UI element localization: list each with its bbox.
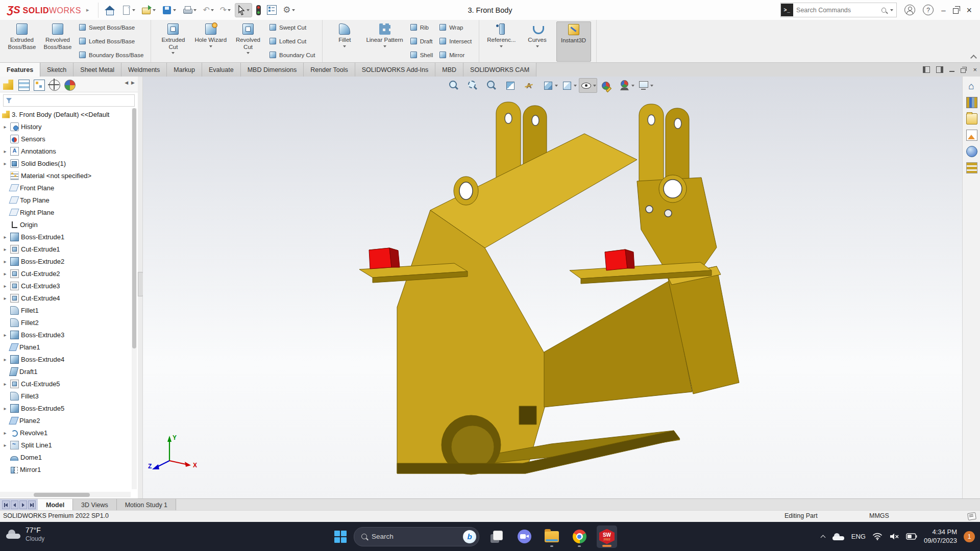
performance-button[interactable] — [254, 4, 263, 17]
study-tab[interactable]: Motion Study 1 — [117, 499, 176, 511]
chevron-down-icon[interactable] — [211, 9, 214, 11]
chevron-down-icon[interactable] — [153, 9, 156, 11]
redo-button[interactable]: ↷ — [218, 5, 233, 16]
document-close-icon[interactable]: × — [973, 67, 977, 72]
tree-item[interactable]: Boss-Extrude4 — [0, 353, 131, 365]
headsup-button[interactable] — [447, 79, 464, 92]
settings-button[interactable]: ⚙ — [281, 4, 297, 16]
chevron-down-icon[interactable] — [173, 9, 176, 11]
manager-tab[interactable] — [49, 80, 59, 90]
extruded-boss-base-button[interactable]: ExtrudedBoss/Base — [5, 21, 39, 62]
chevron-down-icon[interactable] — [343, 45, 346, 47]
undo-button[interactable]: ↶ — [201, 5, 215, 16]
headsup-button[interactable] — [636, 79, 654, 92]
tree-item[interactable]: Top Plane — [0, 194, 131, 206]
battery-icon[interactable] — [906, 533, 917, 540]
headsup-button[interactable] — [522, 79, 540, 92]
expand-arrow-icon[interactable] — [2, 161, 8, 166]
headsup-button[interactable] — [541, 79, 558, 92]
tree-item[interactable]: Draft1 — [0, 365, 131, 378]
unit-system-caret-icon[interactable] — [899, 515, 902, 522]
tree-item[interactable]: Dome1 — [0, 451, 131, 463]
expand-arrow-icon[interactable] — [2, 271, 8, 277]
panel-splitter[interactable] — [138, 77, 143, 498]
headsup-button[interactable] — [560, 79, 577, 92]
ribbon-tab[interactable]: SOLIDWORKS Add-Ins — [355, 63, 436, 77]
fillet-button[interactable]: Fillet — [328, 21, 361, 62]
headsup-button[interactable] — [484, 79, 502, 92]
reference-geometry-button[interactable]: Referenc... — [484, 21, 518, 62]
logo-flyout-arrow-icon[interactable]: ▸ — [86, 7, 89, 13]
task-pane-tab[interactable] — [966, 97, 976, 107]
headsup-button[interactable] — [503, 79, 521, 92]
instant3d-button[interactable]: Instant3D — [556, 21, 591, 62]
draft-button[interactable]: Draft — [410, 37, 433, 45]
print-button[interactable] — [180, 4, 199, 17]
tree-item[interactable]: Mirror1 — [0, 463, 131, 475]
volume-muted-icon[interactable] — [889, 533, 899, 540]
model-3d[interactable] — [143, 77, 964, 498]
options-list-button[interactable] — [265, 4, 279, 16]
hole-wizard-button[interactable]: Hole Wizard — [192, 21, 229, 62]
chevron-down-icon[interactable] — [172, 52, 175, 54]
study-tab[interactable]: 3D Views — [73, 499, 117, 511]
expand-arrow-icon[interactable] — [2, 124, 8, 130]
tree-item[interactable]: Boss-Extrude5 — [0, 402, 131, 414]
panel-tabs-scroll-left-icon[interactable]: ◀ — [125, 80, 128, 85]
expand-arrow-icon[interactable] — [2, 381, 8, 387]
headsup-button[interactable] — [618, 79, 635, 92]
tree-item[interactable]: Boss-Extrude2 — [0, 255, 131, 267]
chevron-down-icon[interactable] — [228, 9, 231, 11]
solidworks-app-button[interactable]: SW2022 — [597, 525, 617, 548]
study-tab[interactable]: Model — [38, 499, 73, 511]
task-pane-home-tab[interactable]: ⌂ — [966, 81, 976, 91]
onedrive-icon[interactable] — [832, 533, 845, 540]
unit-system[interactable]: MMGS — [869, 512, 889, 519]
headsup-button[interactable] — [579, 78, 597, 93]
tab-scroll-next-button[interactable] — [19, 500, 27, 509]
task-pane-tab[interactable] — [966, 130, 976, 140]
tree-horizontal-scrollbar[interactable] — [0, 492, 131, 497]
chevron-down-icon[interactable] — [555, 85, 558, 87]
chevron-down-icon[interactable] — [132, 9, 135, 11]
manager-tab[interactable] — [34, 80, 44, 90]
expand-arrow-icon[interactable] — [2, 332, 8, 338]
tree-item[interactable]: Fillet3 — [0, 390, 131, 402]
chat-app-button[interactable] — [514, 525, 534, 548]
document-minimize-icon[interactable] — [949, 67, 954, 72]
boundary-cut-button[interactable]: Boundary Cut — [269, 51, 315, 59]
bing-icon[interactable]: b — [463, 530, 476, 543]
ribbon-tab[interactable]: Weldments — [121, 63, 167, 77]
tree-item[interactable]: Boss-Extrude1 — [0, 231, 131, 243]
manager-tab[interactable] — [64, 80, 75, 90]
expand-arrow-icon[interactable] — [2, 148, 8, 154]
chevron-down-icon[interactable] — [500, 45, 503, 47]
tree-item[interactable]: Origin — [0, 218, 131, 231]
tag-icon[interactable] — [967, 512, 976, 520]
tree-vertical-scrollbar[interactable] — [132, 108, 137, 489]
tree-item[interactable]: Right Plane — [0, 206, 131, 218]
headsup-button[interactable] — [465, 79, 483, 92]
rib-button[interactable]: Rib — [410, 23, 433, 31]
ribbon-tab[interactable]: Features — [0, 63, 40, 77]
tree-item[interactable]: Front Plane — [0, 182, 131, 194]
tree-item[interactable]: Cut-Extrude3 — [0, 280, 131, 292]
start-button[interactable] — [334, 531, 347, 543]
tree-item[interactable]: Split Line1 — [0, 439, 131, 451]
collapse-ribbon-chevron-icon[interactable] — [971, 54, 976, 59]
chevron-down-icon[interactable] — [631, 85, 634, 87]
tab-scroll-last-button[interactable] — [28, 500, 36, 509]
tree-item[interactable]: Annotations — [0, 145, 131, 157]
chevron-down-icon[interactable] — [247, 52, 250, 54]
tree-item[interactable]: Cut-Extrude2 — [0, 267, 131, 280]
pane-left-icon[interactable] — [923, 66, 930, 73]
scrollbar-thumb[interactable] — [34, 493, 90, 497]
revolved-cut-button[interactable]: RevolvedCut — [231, 21, 265, 62]
tree-item[interactable]: Fillet1 — [0, 304, 131, 316]
expand-arrow-icon[interactable] — [2, 430, 8, 436]
tree-item[interactable]: Plane2 — [0, 414, 131, 427]
chevron-down-icon[interactable] — [383, 45, 386, 47]
chevron-down-icon[interactable] — [650, 85, 653, 87]
tree-item[interactable]: Fillet2 — [0, 316, 131, 329]
open-button[interactable] — [139, 4, 158, 17]
